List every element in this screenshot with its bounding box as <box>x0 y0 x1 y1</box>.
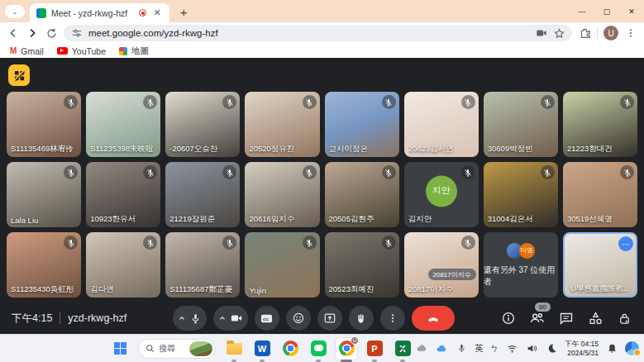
video-tile[interactable]: 20523최예진 <box>325 232 399 298</box>
extensions-icon[interactable] <box>578 26 591 40</box>
reload-icon[interactable] <box>45 26 58 40</box>
camera-button[interactable] <box>213 306 248 331</box>
chat-button[interactable] <box>558 310 575 326</box>
meeting-clock: 下午4:15 <box>12 312 52 326</box>
notification-bell-icon[interactable] <box>605 342 618 355</box>
video-tile[interactable]: 20817이지수20817이지수 <box>404 232 479 298</box>
participant-name: S11135469林宥伶 <box>11 144 78 155</box>
taskbar-search-input[interactable]: 搜尋 <box>138 339 216 359</box>
mic-button[interactable] <box>173 306 207 331</box>
video-tile[interactable]: -20607오승찬 <box>165 92 240 157</box>
new-tab-button[interactable]: + <box>178 6 189 17</box>
end-call-button[interactable] <box>412 306 455 331</box>
camera-off-warning-icon <box>8 64 30 86</box>
tray-clock[interactable]: 下午 04:15 2024/5/31 <box>565 340 599 357</box>
video-tile[interactable]: 31004김은서 <box>484 162 558 227</box>
chrome-icon[interactable] <box>279 338 301 360</box>
self-view-tile[interactable]: U學務處國際教...⋯ <box>563 232 637 298</box>
file-explorer-icon[interactable] <box>223 338 245 360</box>
captions-button[interactable]: cc <box>255 306 279 331</box>
line-icon[interactable] <box>308 338 329 360</box>
start-button[interactable] <box>109 338 131 360</box>
night-mode-icon[interactable] <box>545 342 558 355</box>
window-minimize-button[interactable]: — <box>570 0 594 22</box>
participant-name: S11235398朱映暄 <box>90 144 157 155</box>
url-text: meet.google.com/yzd-rkwg-hzf <box>88 28 530 38</box>
more-users-tile[interactable]: 다영還有另外 37 位使用者 <box>484 232 558 298</box>
site-settings-icon[interactable] <box>71 27 83 39</box>
bookmark-youtube[interactable]: YouTube <box>57 46 106 56</box>
ime-bopomofo-indicator[interactable]: ㄅ <box>490 343 499 355</box>
video-tile[interactable]: 30609박정빈 <box>484 92 558 157</box>
word-icon[interactable]: W <box>251 338 273 360</box>
windows-taskbar: 搜尋 W U P X 英 ㄅ <box>0 334 644 362</box>
bookmark-gmail[interactable]: M Gmail <box>10 46 44 56</box>
tab-close-button[interactable]: ✕ <box>151 7 163 19</box>
video-tile[interactable]: S11135687鄭芷菱 <box>165 232 240 298</box>
participant-name: 20823김서연 <box>408 144 475 155</box>
video-tile[interactable]: S11235430吳虹彤 <box>7 232 81 298</box>
back-icon[interactable] <box>7 26 20 40</box>
video-tile[interactable]: 21223함대건 <box>563 92 637 157</box>
weather-icon[interactable] <box>435 342 448 355</box>
gmail-icon: M <box>10 46 17 55</box>
bookmarks-bar: M Gmail YouTube 地圖 <box>0 44 644 58</box>
participant-name: 30519선혜영 <box>567 214 634 225</box>
youtube-icon <box>57 47 68 55</box>
widgets-icon[interactable] <box>625 341 639 355</box>
video-tile[interactable]: 20505김현주 <box>325 162 399 227</box>
raise-hand-button[interactable] <box>349 306 374 331</box>
video-tile[interactable]: 지안김지안 <box>404 162 479 227</box>
mic-off-icon <box>143 95 157 109</box>
video-tile[interactable]: S11235398朱映暄 <box>86 92 160 157</box>
svg-text:cc: cc <box>263 315 269 321</box>
more-options-button[interactable] <box>380 306 405 331</box>
video-tile[interactable]: 10923한유서 <box>86 162 160 227</box>
browser-tab[interactable]: Meet - yzd-rkwg-hzf ✕ <box>30 3 169 22</box>
mic-off-icon <box>620 95 634 109</box>
onedrive-icon[interactable] <box>415 342 428 355</box>
tile-options-button[interactable]: ⋯ <box>618 236 633 251</box>
address-bar[interactable]: meet.google.com/yzd-rkwg-hzf <box>64 25 572 41</box>
more-users-content: 다영還有另外 37 位使用者 <box>484 232 558 298</box>
tray-chevron-icon[interactable] <box>395 342 408 355</box>
video-tile[interactable]: 20616임지수 <box>245 162 319 227</box>
video-tile[interactable]: 30519선혜영 <box>563 162 637 227</box>
present-button[interactable] <box>317 306 342 331</box>
participant-name: S11135687鄭芷菱 <box>169 284 236 295</box>
tab-search-button[interactable]: ⌄ <box>5 5 25 18</box>
bookmark-star-icon[interactable] <box>553 27 565 39</box>
window-close-button[interactable]: ✕ <box>619 0 644 22</box>
people-button[interactable]: 60 <box>529 310 546 326</box>
meeting-code: yzd-rkwg-hzf <box>68 312 126 324</box>
wifi-icon[interactable] <box>505 342 518 355</box>
participant-count-badge: 60 <box>535 302 551 312</box>
tray-mic-icon[interactable] <box>455 342 468 355</box>
mic-off-icon <box>382 95 396 109</box>
window-maximize-button[interactable]: ▢ <box>594 0 619 22</box>
video-tile[interactable]: Lala Liu <box>7 162 81 227</box>
video-tile[interactable]: 21219장원준 <box>165 162 240 227</box>
tray-date: 2024/5/31 <box>565 349 599 358</box>
video-tile[interactable]: 교사이정은 <box>325 92 399 157</box>
video-tile[interactable]: 20823김서연 <box>404 92 479 157</box>
bookmark-maps[interactable]: 地圖 <box>119 45 149 57</box>
mic-off-icon <box>64 165 78 179</box>
volume-icon[interactable] <box>525 342 538 355</box>
video-tile[interactable]: 20520정유진 <box>245 92 319 157</box>
powerpoint-icon[interactable]: P <box>364 338 385 360</box>
browser-menu-icon[interactable] <box>624 26 637 40</box>
activities-button[interactable] <box>587 310 603 326</box>
search-highlight-image <box>189 341 212 356</box>
forward-icon[interactable] <box>26 26 39 40</box>
ime-language-indicator[interactable]: 英 <box>475 343 484 355</box>
meeting-details-button[interactable] <box>500 310 517 326</box>
reactions-button[interactable] <box>286 306 311 331</box>
chrome-active-window-icon[interactable]: U <box>336 338 357 360</box>
video-tile[interactable]: 김다연 <box>86 232 160 298</box>
video-tile[interactable]: S11135469林宥伶 <box>7 92 81 157</box>
profile-avatar[interactable]: U <box>603 26 618 40</box>
camera-permission-icon[interactable] <box>536 27 547 39</box>
host-controls-button[interactable] <box>616 310 632 326</box>
video-tile[interactable]: Yujin <box>245 232 319 298</box>
